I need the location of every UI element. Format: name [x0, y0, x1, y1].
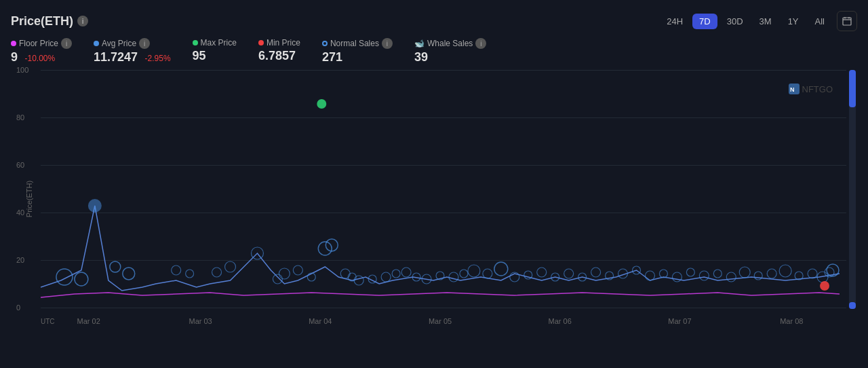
svg-point-13: [225, 261, 236, 272]
svg-point-7: [110, 261, 121, 272]
x-label-mar04: Mar 04: [309, 317, 332, 325]
normal-sales-value: 271: [322, 50, 342, 64]
svg-point-48: [672, 272, 682, 282]
whale-sales-info[interactable]: i: [475, 38, 486, 49]
svg-point-5: [75, 272, 88, 286]
gridline-0: 0: [41, 308, 846, 308]
max-price-value: 95: [193, 49, 206, 62]
whale-sales-value: 39: [414, 50, 428, 64]
y-axis-title: Price(ETH): [25, 181, 33, 217]
svg-point-35: [494, 262, 508, 276]
min-price-value: 6.7857: [258, 49, 296, 62]
min-price-dot: [258, 40, 264, 45]
nftgo-watermark: N NFTGO: [789, 84, 833, 94]
svg-point-38: [537, 268, 547, 277]
svg-point-6: [88, 199, 102, 213]
floor-price-dot: [11, 41, 16, 46]
time-btn-all[interactable]: All: [808, 14, 831, 29]
y-label-20: 20: [16, 256, 24, 264]
calendar-button[interactable]: [837, 11, 857, 31]
svg-point-55: [767, 269, 776, 278]
chart-title: Price(ETH) i: [11, 14, 88, 29]
x-label-mar05: Mar 05: [429, 317, 452, 325]
normal-sales-dot: [322, 41, 328, 46]
normal-sales-stat: Normal Sales i 271: [322, 38, 393, 65]
avg-price-stat: Avg Price i 11.7247 -2.95%: [94, 38, 171, 65]
svg-point-34: [483, 269, 492, 278]
avg-price-change: -2.95%: [145, 54, 171, 63]
svg-point-17: [293, 265, 302, 275]
svg-point-31: [449, 272, 458, 282]
x-label-mar06: Mar 06: [549, 317, 572, 325]
svg-point-52: [726, 272, 736, 282]
svg-rect-0: [843, 18, 851, 25]
svg-point-9: [317, 99, 326, 109]
svg-point-40: [564, 269, 574, 278]
floor-price-stat: Floor Price i 9 -10.00%: [11, 38, 72, 65]
svg-point-54: [754, 272, 762, 280]
svg-point-57: [795, 272, 803, 280]
time-controls: 24H 7D 30D 3M 1Y All: [660, 11, 857, 31]
svg-point-33: [468, 265, 480, 277]
svg-point-21: [340, 269, 350, 278]
normal-sales-info[interactable]: i: [382, 38, 393, 49]
svg-point-51: [713, 270, 722, 278]
svg-point-15: [273, 274, 282, 284]
x-label-mar02: Mar 02: [77, 317, 100, 325]
y-label-0: 0: [16, 303, 20, 312]
svg-point-25: [381, 272, 391, 282]
svg-point-11: [186, 270, 194, 278]
svg-point-12: [212, 268, 222, 277]
chart-svg: [41, 70, 840, 308]
time-btn-24h[interactable]: 24H: [660, 14, 690, 29]
min-price-stat: Min Price 6.7857: [258, 38, 300, 63]
svg-point-16: [279, 268, 290, 279]
svg-point-23: [354, 276, 363, 285]
x-axis: UTC Mar 02 Mar 03 Mar 04 Mar 05 Mar 06 M…: [41, 309, 840, 328]
x-label-mar07: Mar 07: [668, 317, 691, 325]
svg-point-58: [808, 269, 817, 278]
svg-point-19: [318, 242, 332, 255]
svg-point-37: [524, 271, 532, 279]
title-info-icon[interactable]: i: [77, 16, 88, 26]
svg-point-26: [392, 270, 400, 278]
svg-point-50: [699, 271, 709, 280]
svg-point-10: [172, 265, 181, 275]
time-btn-3m[interactable]: 3M: [753, 14, 778, 29]
svg-point-4: [56, 269, 73, 285]
chart-inner: Price(ETH) 100 80 60 40: [41, 70, 846, 328]
floor-price-change: -10.00%: [24, 54, 55, 63]
chart-area: Price(ETH) 100 80 60 40: [11, 70, 857, 342]
whale-sales-stat: 🐋 Whale Sales i 39: [414, 38, 486, 65]
svg-point-42: [591, 268, 601, 277]
svg-point-32: [460, 270, 468, 278]
time-btn-7d[interactable]: 7D: [692, 14, 717, 29]
scrollbar-track[interactable]: [849, 70, 856, 309]
avg-price-info[interactable]: i: [139, 38, 150, 49]
svg-point-46: [645, 271, 654, 280]
floor-price-info[interactable]: i: [61, 38, 72, 49]
svg-point-8: [123, 268, 135, 280]
x-label-mar03: Mar 03: [189, 317, 212, 325]
utc-label: UTC: [41, 318, 55, 325]
scrollbar-thumb-bottom[interactable]: [849, 302, 856, 309]
svg-text:N: N: [790, 86, 795, 93]
y-label-100: 100: [16, 66, 28, 74]
y-label-40: 40: [16, 208, 24, 217]
time-btn-30d[interactable]: 30D: [720, 14, 750, 29]
svg-point-53: [739, 267, 750, 278]
stats-row: Floor Price i 9 -10.00% Avg Price i 11.7…: [11, 38, 857, 65]
y-label-80: 80: [16, 113, 24, 122]
time-btn-1y[interactable]: 1Y: [781, 14, 806, 29]
svg-point-49: [686, 268, 694, 276]
svg-point-27: [401, 268, 411, 277]
scrollbar-thumb-top[interactable]: [849, 70, 856, 107]
x-label-mar08: Mar 08: [780, 317, 803, 325]
svg-point-62: [820, 281, 829, 291]
whale-icon: 🐋: [414, 39, 425, 48]
floor-price-value: 9: [11, 50, 18, 64]
avg-price-dot: [94, 41, 99, 46]
avg-price-value: 11.7247: [94, 50, 138, 64]
max-price-dot: [193, 40, 198, 45]
svg-point-56: [779, 265, 791, 277]
